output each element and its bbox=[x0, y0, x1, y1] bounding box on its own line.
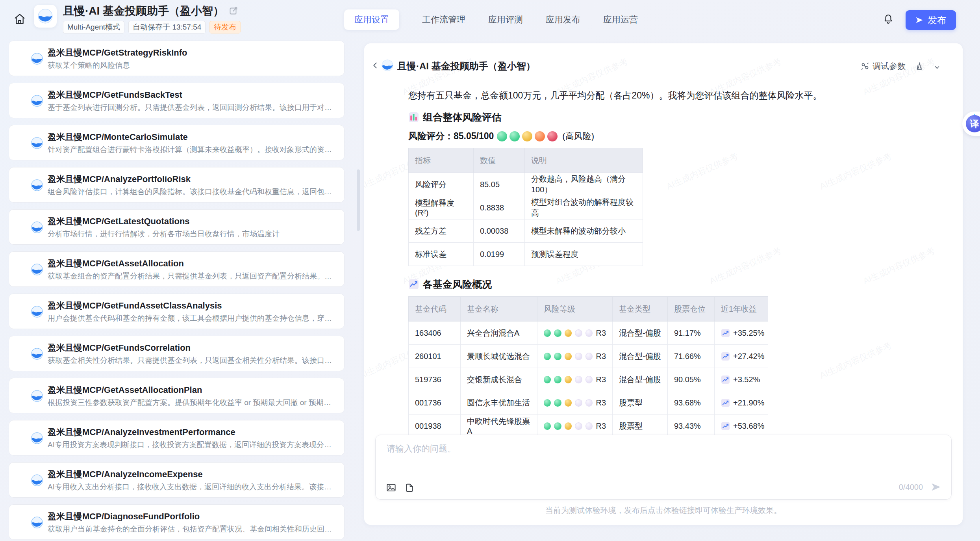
tool-name: 盈米且慢MCP/AnalyzeInvestmentPerformance bbox=[48, 426, 336, 438]
tool-card[interactable]: 盈米且慢MCP/GetAssetAllocation获取基金组合的资产配置分析结… bbox=[9, 251, 345, 287]
risk-level-cell: R3 bbox=[537, 415, 613, 438]
tool-logo-icon bbox=[31, 306, 43, 318]
trend-chart-icon bbox=[721, 422, 730, 431]
tool-description: AI专用投资方案表现判断接口，接收投资方案配置数据，返回详细的投资方案表现分析.… bbox=[48, 440, 337, 450]
fund-type-cell: 混合型-偏股 bbox=[613, 368, 668, 391]
tool-list-scrollbar[interactable] bbox=[357, 169, 360, 231]
edit-title-icon[interactable] bbox=[229, 6, 238, 16]
table-cell: 预测误差程度 bbox=[525, 243, 643, 266]
return-value: +53.68% bbox=[721, 422, 761, 431]
section-fund-risk: 各基金风险概况 bbox=[408, 278, 932, 291]
risk-dot-green bbox=[554, 399, 561, 407]
table-row: 模型解释度 (R²)0.8838模型对组合波动的解释程度较高 bbox=[409, 196, 643, 219]
tool-card[interactable]: 盈米且慢MCP/AnalyzePortfolioRisk组合风险评估接口，计算组… bbox=[9, 167, 345, 203]
section2-heading: 各基金风险概况 bbox=[423, 278, 492, 291]
clear-context-button[interactable] bbox=[914, 61, 925, 72]
return-text: +53.68% bbox=[733, 422, 765, 431]
table-cell: 风险评分 bbox=[409, 173, 474, 196]
return-text: +27.42% bbox=[733, 352, 765, 361]
fund-name-cell: 兴全合润混合A bbox=[461, 322, 537, 345]
tool-description: 根据投资三性参数获取资产配置方案。提供预期年化收益率 or 预期最大回撤 or … bbox=[48, 398, 337, 408]
tool-description: 针对资产配置组合进行蒙特卡洛模拟计算（测算未来收益概率）。接收对象形式的资产..… bbox=[48, 145, 337, 155]
return-text: +21.90% bbox=[733, 398, 765, 407]
chat-title: 且慢·AI 基金投顾助手（盈小智） bbox=[397, 60, 535, 73]
tool-card[interactable]: 盈米且慢MCP/GetStrategyRiskInfo获取某个策略的风险信息 bbox=[9, 41, 345, 76]
tool-card[interactable]: 盈米且慢MCP/AnalyzeIncomeExpenseAI专用收入支出分析接口… bbox=[9, 462, 345, 498]
stock-position-cell: 91.17% bbox=[668, 322, 715, 345]
tab-app-evaluation[interactable]: 应用评测 bbox=[488, 14, 523, 26]
tool-logo-icon bbox=[31, 432, 43, 444]
autosave-badge: 自动保存于 13:57:54 bbox=[128, 21, 206, 33]
plug-icon bbox=[861, 62, 869, 71]
tool-card[interactable]: 盈米且慢MCP/MonteCarloSimulate针对资产配置组合进行蒙特卡洛… bbox=[9, 125, 345, 160]
fund-name-cell: 景顺长城优选混合 bbox=[461, 345, 537, 368]
stock-position-cell: 93.68% bbox=[668, 391, 715, 415]
upload-image-button[interactable] bbox=[386, 482, 396, 493]
tab-app-settings[interactable]: 应用设置 bbox=[344, 9, 399, 30]
risk-dot-green bbox=[544, 353, 551, 360]
table-cell: 残差方差 bbox=[409, 219, 474, 243]
return-value: +3.52% bbox=[721, 375, 761, 384]
debug-params-button[interactable]: 调试参数 bbox=[861, 61, 906, 72]
risk-dot-green bbox=[544, 329, 551, 337]
tab-workflow-management[interactable]: 工作流管理 bbox=[422, 14, 465, 26]
chat-input[interactable] bbox=[386, 442, 939, 471]
tool-logo-icon bbox=[31, 137, 43, 149]
top-header: 且慢·AI 基金投顾助手（盈小智） Multi-Agent模式 自动保存于 13… bbox=[0, 0, 980, 41]
tool-logo-icon bbox=[31, 348, 43, 360]
tool-description: 基于基金列表进行回测分析。只需提供基金列表，返回回测分析结果。该接口用于对给..… bbox=[48, 102, 337, 113]
tool-name: 盈米且慢MCP/GetFundsCorrelation bbox=[48, 342, 336, 354]
translate-fab[interactable]: ✦ 译 bbox=[962, 112, 980, 136]
risk-dot-off bbox=[575, 329, 582, 337]
fund-name-cell: 圆信永丰优加生活 bbox=[461, 391, 537, 415]
trend-chart-icon bbox=[721, 352, 730, 361]
risk-level-text: (高风险) bbox=[562, 130, 594, 142]
return-cell: +3.52% bbox=[715, 368, 768, 391]
tab-app-operations[interactable]: 应用运营 bbox=[603, 14, 638, 26]
tool-logo-icon bbox=[31, 179, 43, 191]
tool-card[interactable]: 盈米且慢MCP/GetFundsBackTest基于基金列表进行回测分析。只需提… bbox=[9, 83, 345, 118]
tool-card[interactable]: 盈米且慢MCP/DiagnoseFundPortfolio获取用户当前基金持仓的… bbox=[9, 504, 345, 540]
fund-risk-table: 基金代码基金名称风险等级基金类型股票仓位近1年收益 163406兴全合润混合AR… bbox=[408, 296, 768, 438]
char-counter: 0/4000 bbox=[899, 483, 923, 492]
home-button[interactable] bbox=[10, 9, 29, 28]
risk-dot-off bbox=[575, 353, 582, 360]
risk-dot-green bbox=[554, 329, 561, 337]
risk-dot-off bbox=[585, 329, 593, 337]
tool-description: 组合风险评估接口，计算组合的风险指标。该接口接收基金代码和权重信息，返回包含..… bbox=[48, 187, 337, 197]
bar-chart-icon bbox=[408, 112, 419, 123]
tab-app-publish[interactable]: 应用发布 bbox=[546, 14, 580, 26]
section-risk-assessment: 组合整体风险评估 bbox=[408, 111, 932, 124]
table-cell: 0.8838 bbox=[474, 196, 525, 219]
risk-dot-yellow bbox=[565, 399, 572, 407]
tool-card[interactable]: 盈米且慢MCP/GetFundAssetClassAnalysis用户会提供基金… bbox=[9, 294, 345, 329]
back-button[interactable] bbox=[369, 59, 382, 72]
tool-logo-icon bbox=[31, 390, 43, 402]
fund-code-cell: 001736 bbox=[409, 391, 461, 415]
tool-name: 盈米且慢MCP/GetFundsBackTest bbox=[48, 89, 336, 101]
table-cell: 0.0199 bbox=[474, 243, 525, 266]
risk-level-cell: R3 bbox=[537, 368, 613, 391]
tool-card[interactable]: 盈米且慢MCP/AnalyzeInvestmentPerformanceAI专用… bbox=[9, 420, 345, 455]
risk-dot-off bbox=[575, 422, 582, 430]
tool-card[interactable]: 盈米且慢MCP/GetFundsCorrelation获取基金相关性分析结果。只… bbox=[9, 336, 345, 371]
fund-type-cell: 股票型 bbox=[613, 391, 668, 415]
publish-button[interactable]: 发布 bbox=[906, 10, 956, 30]
trend-chart-icon bbox=[721, 398, 730, 407]
notification-button[interactable] bbox=[880, 11, 896, 27]
return-cell: +35.25% bbox=[715, 322, 768, 345]
tool-logo-icon bbox=[31, 53, 43, 65]
tool-card[interactable]: 盈米且慢MCP/GetAssetAllocationPlan根据投资三性参数获取… bbox=[9, 378, 345, 413]
risk-dot-off bbox=[585, 422, 593, 430]
upload-file-button[interactable] bbox=[404, 483, 415, 493]
tool-card[interactable]: 盈米且慢MCP/GetLatestQuotations分析市场行情，进行行情解读… bbox=[9, 209, 345, 245]
risk-level-label: R3 bbox=[596, 352, 606, 361]
app-logo-icon bbox=[38, 9, 53, 24]
chevron-down-icon[interactable] bbox=[933, 63, 941, 72]
broom-icon bbox=[915, 61, 924, 71]
nav-tabs: 应用设置工作流管理应用评测应用发布应用运营 bbox=[344, 9, 638, 30]
send-button[interactable] bbox=[930, 481, 942, 493]
risk-dot-orange bbox=[535, 131, 545, 141]
publish-button-label: 发布 bbox=[928, 10, 947, 30]
chevron-left-icon bbox=[371, 61, 380, 70]
